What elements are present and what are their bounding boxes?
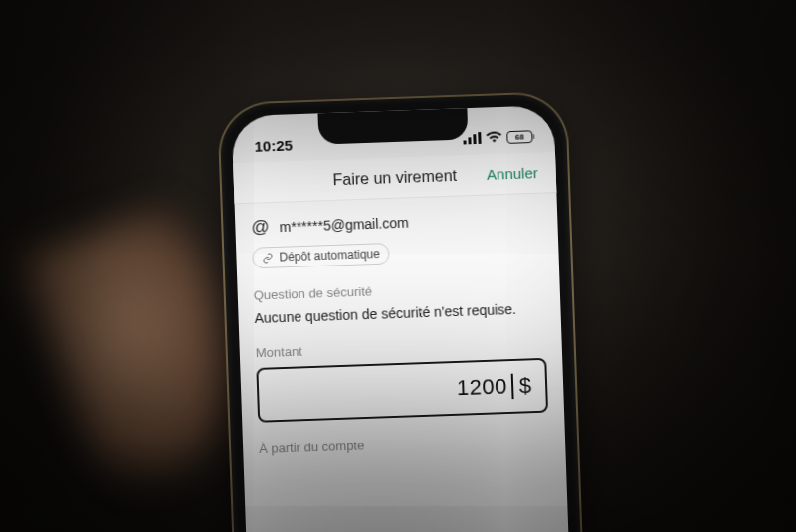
svg-rect-3 [478,132,481,144]
battery-level: 68 [515,132,524,141]
svg-rect-2 [473,134,476,144]
security-label: Question de sécurité [254,278,544,303]
phone-frame: 10:25 68 Faire un virement Annuler @ m**… [219,93,590,532]
amount-value: 1200 [457,374,508,401]
amount-label: Montant [256,335,546,360]
amount-input[interactable]: 1200 $ [256,358,548,423]
status-time: 10:25 [254,136,293,154]
svg-rect-0 [463,140,466,144]
autodeposit-badge: Dépôt automatique [252,243,390,268]
recipient-email: m******5@gmail.com [279,214,409,234]
page-title: Faire un virement [332,167,457,189]
battery-icon: 68 [506,130,532,144]
cancel-button[interactable]: Annuler [487,164,538,182]
link-icon [262,252,273,263]
from-account-label: À partir du compte [259,432,549,456]
security-text: Aucune question de sécurité n'est requis… [254,300,544,326]
notch [317,108,468,145]
status-right: 68 [463,130,532,145]
at-icon: @ [251,217,270,238]
recipient-row[interactable]: @ m******5@gmail.com [251,207,542,247]
amount-currency: $ [518,373,531,399]
autodeposit-label: Dépôt automatique [279,247,380,264]
cellular-icon [463,132,481,144]
svg-rect-1 [468,137,471,144]
wifi-icon [486,131,501,143]
phone-screen: 10:25 68 Faire un virement Annuler @ m**… [232,105,578,532]
